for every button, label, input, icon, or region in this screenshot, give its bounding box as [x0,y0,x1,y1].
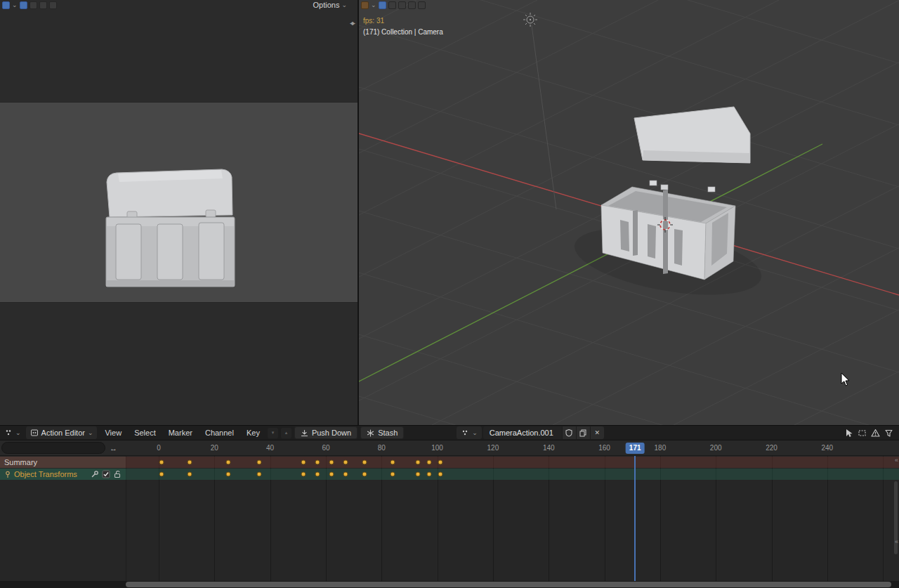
channel-row-summary[interactable]: Summary [0,457,899,468]
horizontal-scrollbar[interactable] [0,581,899,588]
only-selected-filter-button[interactable] [844,429,853,438]
shading-rendered-icon[interactable] [418,1,426,9]
ruler-tick-label: 120 [487,440,499,455]
filter-funnel-button[interactable] [884,429,893,438]
frame-ruler[interactable]: ↔ 171 020406080100120140160180200220240 [0,440,899,456]
ruler-tick-label: 60 [322,440,329,455]
xray-toggle-icon[interactable] [39,1,47,9]
keyframe-dot[interactable] [343,460,348,465]
keyframe-dot[interactable] [438,472,442,477]
overlay-toggle-icon[interactable] [29,1,37,9]
push-down-icon [301,429,308,437]
keyframe-dot[interactable] [301,472,306,477]
keyframe-dot[interactable] [315,472,320,477]
keyframe-dot[interactable] [426,472,431,477]
push-down-button[interactable]: Push Down [294,426,357,439]
overlay-toggle-icon[interactable] [388,1,396,9]
camera-viewport[interactable]: ⌄ Options ⌄ [0,0,357,425]
editor-mode-dropdown[interactable]: Action Editor ⌄ [26,426,98,439]
keyframe-dot[interactable] [159,460,164,465]
ruler-tick-label: 0 [157,440,161,455]
ruler-tick-label: 80 [378,440,386,455]
header-dropdown-a[interactable]: ▾ [268,428,278,438]
chevron-down-icon: ⌄ [371,2,376,8]
channel-name: Object Transforms [14,470,77,478]
dopesheet-canvas[interactable]: ↔ 171 020406080100120140160180200220240 … [0,440,899,581]
fake-user-button[interactable] [562,426,576,439]
ruler-tick-label: 240 [821,440,833,455]
region-scroll-handle-bottom[interactable]: « [895,538,898,545]
keyframe-dot[interactable] [415,472,420,477]
modifier-wrench-icon[interactable] [91,470,99,478]
keyframe-dot[interactable] [187,460,192,465]
keyframe-dot[interactable] [391,460,395,465]
editor-type-icon[interactable] [2,1,10,9]
menu-marker[interactable]: Marker [164,425,197,440]
keyframe-dot[interactable] [329,472,334,477]
gizmo-toggle-icon[interactable] [379,1,386,9]
menu-view[interactable]: View [100,425,126,440]
keyframe-dot[interactable] [187,472,192,477]
expand-arrows-icon[interactable]: ↔ [110,440,117,456]
channel-label-summary[interactable]: Summary [0,457,126,468]
unlink-action-button[interactable]: ✕ [590,426,604,439]
ruler-tick-label: 100 [431,440,443,455]
keyframe-dot[interactable] [329,460,334,465]
new-action-button[interactable] [576,426,590,439]
playhead[interactable] [634,456,636,581]
current-frame-badge[interactable]: 171 [626,443,645,454]
action-name-text: CameraAction.001 [490,429,553,437]
keyframe-dot[interactable] [438,460,442,465]
gizmo-toggle-icon[interactable] [20,1,27,9]
editor-type-icon[interactable] [361,1,369,9]
keyframe-dot[interactable] [362,460,367,465]
menu-key[interactable]: Key [242,425,265,440]
shading-solid-icon[interactable] [408,1,416,9]
keyframe-dot[interactable] [343,472,348,477]
channel-row-object-transforms[interactable]: Object Transforms [0,469,899,480]
channel-label-object-transforms[interactable]: Object Transforms [0,469,126,480]
camera-view-render [0,0,357,425]
keyframe-dot[interactable] [159,472,164,477]
keyframe-dot[interactable] [315,460,320,465]
viewport-3d[interactable]: ⌄ fps: 31 (171) Collection | Camera [359,0,899,425]
header-dropdown-b[interactable]: ▴ [281,428,291,438]
stash-label: Stash [378,429,398,437]
channel-search-field[interactable] [1,442,105,454]
browse-action-button[interactable]: ⌄ [457,426,482,439]
push-down-label: Push Down [312,429,351,437]
menu-channel[interactable]: Channel [200,425,239,440]
xray-toggle-icon[interactable] [398,1,406,9]
mute-checkbox-icon[interactable] [102,470,110,478]
keyframe-dot[interactable] [301,460,306,465]
editor-type-button[interactable]: ⌄ [3,427,23,438]
keyframe-dot[interactable] [226,472,231,477]
close-icon: ✕ [594,429,600,436]
pin-icon[interactable] [4,471,11,478]
action-name-field[interactable]: CameraAction.001 [483,426,562,439]
horizontal-scrollbar-thumb[interactable] [126,582,891,587]
show-hidden-filter-button[interactable] [858,429,867,438]
scene-info-text: (171) Collection | Camera [363,27,443,38]
keyframe-dot[interactable] [226,460,231,465]
action-icon [461,429,469,437]
keyframe-dot[interactable] [256,472,261,477]
ruler-tick-label: 40 [266,440,274,455]
options-menu[interactable]: Options ⌄ [313,1,347,9]
show-errors-filter-button[interactable] [871,429,880,438]
shading-toggle-icon[interactable] [49,1,57,9]
keyframe-dot[interactable] [426,460,431,465]
keyframe-dot[interactable] [391,472,395,477]
stash-button[interactable]: Stash [360,426,404,439]
duplicate-icon [579,429,587,437]
keyframe-dot[interactable] [362,472,367,477]
region-resize-arrows[interactable]: ◂▸ [350,19,354,27]
light-gizmo-icon [523,13,537,27]
dopesheet-editor-icon [5,429,13,437]
keyframe-dot[interactable] [415,460,420,465]
ruler-tick-label: 180 [655,440,667,455]
keyframe-dot[interactable] [256,460,261,465]
menu-select[interactable]: Select [129,425,161,440]
region-scroll-handle-top[interactable]: « [895,457,898,464]
lock-open-icon[interactable] [113,470,122,478]
